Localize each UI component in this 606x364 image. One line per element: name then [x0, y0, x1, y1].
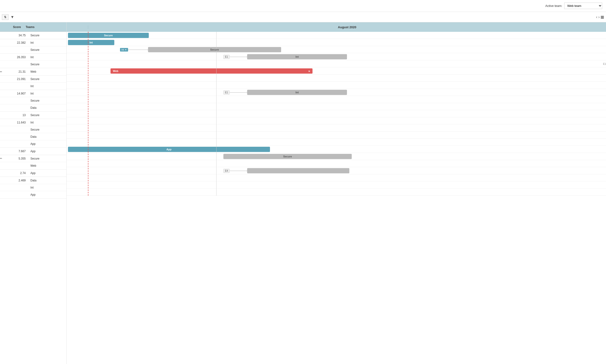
left-header: Score Teams [0, 22, 66, 32]
gantt-body: Secure Int Int ✦ [67, 32, 606, 196]
gantt-row-11-data [67, 174, 606, 182]
gantt-bar-secure-9[interactable]: Secure [223, 154, 352, 159]
right-panel[interactable]: August 2020 Secure Int [67, 22, 606, 364]
gantt-bar-secure-0[interactable]: Secure [68, 33, 149, 38]
next-button[interactable]: › [598, 15, 600, 19]
list-item: App [0, 140, 66, 147]
list-item: 14.907 Int [0, 90, 66, 97]
list-item: Secure [0, 126, 66, 133]
int-star-badge: Int ✦ [120, 48, 128, 52]
row-group-8: 7.667 App [0, 148, 66, 155]
list-item: Web [0, 162, 66, 169]
gantt-row-0: Secure [67, 32, 606, 39]
score-value: 11.643 [5, 121, 28, 124]
list-item: ✏ 21.31 Web [0, 68, 66, 75]
filter-button[interactable]: ▼ [11, 15, 14, 19]
prev-button[interactable]: ‹ [596, 15, 597, 19]
score-value: 21.091 [5, 78, 28, 81]
gantt-bar-int-2[interactable]: Int [247, 54, 347, 59]
bar-label: Secure [104, 34, 113, 37]
row-group-11: 2.469 Data Int App [0, 177, 66, 198]
active-team-select[interactable]: Web team [564, 3, 602, 9]
gantt-bar-web[interactable]: Web » [110, 68, 312, 74]
sort-icon: ⇅ [4, 15, 6, 19]
row-group-4: 21.091 Secure Int [0, 76, 66, 90]
bar-label: Int [90, 41, 93, 44]
gantt-row-10-app: E4 › [67, 167, 606, 174]
top-bar: Active team: Web team [0, 0, 606, 12]
team-name: Secure [28, 157, 66, 160]
gantt-bar-int-1[interactable]: Int [68, 40, 114, 45]
score-value: 22.382 [5, 41, 28, 44]
row-group-1: 22.382 Int Secure [0, 39, 66, 54]
gantt-row-1-secure: Int ✦ › Secure [67, 46, 606, 53]
gantt-row-3-web: Web » [67, 67, 606, 75]
gantt-row-7-secure [67, 124, 606, 131]
row-group-2: 26.353 Int Secure [0, 54, 66, 68]
edit-icon[interactable]: ✏ [0, 70, 5, 73]
gantt-row-7-data [67, 131, 606, 139]
bar-label: App [166, 148, 171, 151]
team-name: Secure [28, 48, 66, 52]
row-group-6: 13 Secure [0, 112, 66, 119]
row-group-7: 11.643 Int Secure Data App [0, 119, 66, 148]
gantt-row-9-web [67, 160, 606, 167]
gantt-header: August 2020 [67, 22, 606, 32]
gantt-row-11-int [67, 182, 606, 189]
team-name: Web [28, 70, 66, 73]
e1-milestone-5: E1 › Int [223, 90, 347, 95]
arrow-line [229, 57, 246, 57]
bar-label: Secure [283, 155, 292, 158]
toolbar: ⇅ ▼ ‹ › ▦ [0, 12, 606, 22]
gantt-row-2-int: E1 › Int [67, 53, 606, 60]
team-name: Int [28, 121, 66, 124]
list-item: 2.469 Data [0, 177, 66, 184]
arrow-line [229, 171, 246, 171]
gantt-row-6-secure [67, 110, 606, 117]
gantt-bar-int-5[interactable]: Int [247, 90, 347, 95]
list-item: Int [0, 83, 66, 90]
milestone-box-e1-5: E1 [223, 91, 229, 94]
score-value: 14.907 [5, 92, 28, 95]
team-name: Secure [28, 63, 66, 66]
sort-button[interactable]: ⇅ [2, 14, 9, 20]
score-value: 2.469 [5, 179, 28, 182]
bar-label: Int [296, 55, 299, 58]
arrow-line [229, 92, 246, 93]
list-item: 2.74 App [0, 169, 66, 177]
arrow-line [128, 50, 147, 50]
team-name: App [28, 193, 66, 196]
list-item: 7.667 App [0, 148, 66, 155]
bar-label: Secure [210, 48, 219, 51]
gantt-month-label: August 2020 [88, 26, 606, 29]
score-value: 26.353 [5, 56, 28, 59]
score-value: 13 [5, 114, 28, 117]
team-name: Secure [28, 128, 66, 131]
score-header: Score [0, 26, 24, 29]
nav-buttons: ‹ › ▦ [596, 15, 604, 19]
team-name: Secure [28, 78, 66, 81]
milestone-box-e4: E4 [223, 169, 229, 173]
gantt-bar-secure-1b[interactable]: Secure [148, 47, 281, 52]
gantt-bar-app-10[interactable] [247, 168, 349, 173]
team-name: Secure [28, 34, 66, 37]
row-group-10: 2.74 App [0, 169, 66, 177]
gantt-bar-app[interactable]: App [68, 147, 270, 152]
edit-icon[interactable]: ✏ [0, 157, 5, 160]
team-name: App [28, 142, 66, 145]
team-name: Data [28, 106, 66, 109]
list-item: App [0, 191, 66, 198]
chevron-icon: » [308, 69, 310, 73]
score-value: 2.74 [5, 171, 28, 175]
grid-button[interactable]: ▦ [601, 15, 604, 19]
team-name: Int [28, 41, 66, 44]
list-item: 21.091 Secure [0, 76, 66, 83]
arrow-container: › [128, 48, 148, 51]
gantt-row-4-int [67, 82, 606, 89]
list-item: Secure [0, 46, 66, 53]
team-name: Data [28, 179, 66, 182]
row-group-3: ✏ 21.31 Web [0, 68, 66, 76]
list-item: 22.382 Int [0, 39, 66, 46]
row-group-9: ✏ 5.355 Secure Web [0, 155, 66, 169]
gantt-row-5-int: E1 › Int [67, 89, 606, 96]
